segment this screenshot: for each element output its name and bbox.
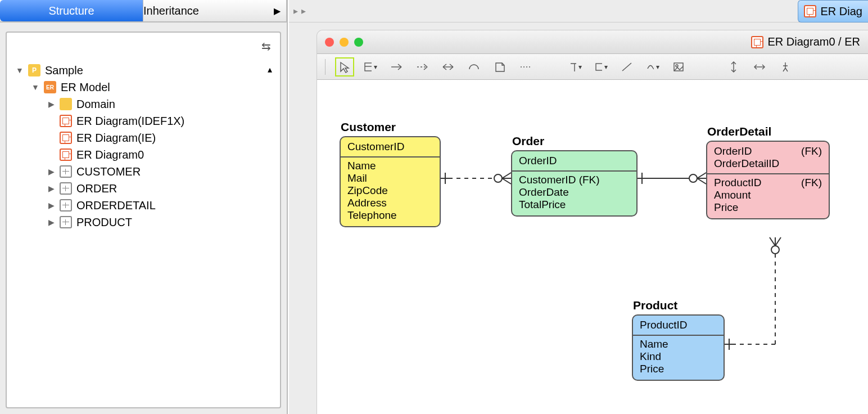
table-icon bbox=[60, 182, 72, 195]
attr-field: Address bbox=[347, 197, 433, 209]
svg-line-7 bbox=[424, 67, 427, 70]
sync-icon[interactable]: ⇆ bbox=[261, 39, 271, 53]
project-tree: ▼ P Sample ▼ ER ER Model ▶ Domain ER Dia… bbox=[7, 60, 280, 235]
svg-line-30 bbox=[697, 173, 706, 178]
svg-line-11 bbox=[450, 64, 453, 67]
relation-identifying-tool[interactable] bbox=[390, 60, 403, 74]
select-tool[interactable] bbox=[338, 60, 351, 74]
entity-tool[interactable] bbox=[364, 60, 377, 74]
diagram-window: ER Diagram0 / ER bbox=[317, 30, 868, 414]
diagram-icon bbox=[804, 5, 816, 17]
note-tool[interactable] bbox=[493, 60, 507, 74]
svg-point-29 bbox=[689, 174, 697, 182]
pin-tool[interactable] bbox=[779, 60, 792, 74]
diagram-canvas-wrap: Customer CustomerID Name Mail ZipCode Ad… bbox=[317, 80, 868, 414]
attr-field: TotalPrice bbox=[519, 199, 630, 211]
attr-field: ProductID bbox=[714, 177, 761, 189]
relation-order-orderdetail[interactable] bbox=[638, 167, 706, 190]
attr-field: Kind bbox=[640, 350, 717, 363]
svg-line-12 bbox=[450, 67, 453, 70]
entity-customer[interactable]: Customer CustomerID Name Mail ZipCode Ad… bbox=[340, 136, 441, 227]
tree-diagram-idef1x[interactable]: ER Diagram(IDEF1X) bbox=[11, 112, 275, 129]
svg-point-17 bbox=[676, 65, 678, 67]
align-vertical-tool[interactable] bbox=[727, 60, 740, 74]
tree-diagram-0[interactable]: ER Diagram0 bbox=[11, 146, 275, 163]
folder-icon bbox=[60, 98, 72, 110]
diagram-icon bbox=[60, 132, 72, 144]
top-strip: ▸ ▸ ER Diag bbox=[289, 0, 868, 22]
tree-panel: ⇆ ▴ ▼ P Sample ▼ ER ER Model ▶ Domain bbox=[6, 32, 281, 408]
document-tab-label: ER Diag bbox=[821, 5, 862, 18]
editor-area: ▸ ▸ ER Diag ER Diagram0 / ER bbox=[289, 0, 868, 414]
attr-field: Price bbox=[714, 201, 738, 214]
relation-customer-order[interactable] bbox=[441, 167, 511, 190]
tree-table-product[interactable]: ▶ PRODUCT bbox=[11, 214, 275, 231]
tree-label: ER Diagram(IDEF1X) bbox=[76, 115, 184, 128]
image-tool[interactable] bbox=[672, 60, 685, 74]
diagram-icon bbox=[60, 115, 72, 127]
tree-label: Domain bbox=[76, 98, 115, 111]
svg-line-3 bbox=[398, 64, 401, 67]
twisty-icon: ▶ bbox=[47, 167, 55, 176]
attr-field: CustomerID (FK) bbox=[519, 174, 630, 186]
tab-structure[interactable]: Structure bbox=[0, 0, 143, 21]
svg-line-9 bbox=[443, 64, 446, 67]
tree-table-customer[interactable]: ▶ CUSTOMER bbox=[11, 163, 275, 180]
attr-field: Telephone bbox=[347, 209, 433, 222]
svg-line-6 bbox=[424, 64, 427, 67]
tree-diagram-ie[interactable]: ER Diagram(IE) bbox=[11, 129, 275, 146]
sidebar-panel: Structure Inheritance ▶ ⇆ ▴ ▼ P Sample ▼… bbox=[0, 0, 288, 414]
entity-title: Order bbox=[512, 134, 544, 148]
entity-product[interactable]: Product ProductID Name Kind Price bbox=[632, 314, 725, 381]
zoom-icon[interactable] bbox=[354, 38, 363, 47]
minimize-icon[interactable] bbox=[340, 38, 349, 47]
svg-line-33 bbox=[770, 237, 775, 246]
fk-badge: (FK) bbox=[801, 177, 822, 189]
relation-nonidentifying-tool[interactable] bbox=[415, 60, 429, 74]
tree-label: ER Diagram(IE) bbox=[76, 132, 156, 145]
attr-field: Name bbox=[640, 338, 717, 350]
tree-root-sample[interactable]: ▼ P Sample bbox=[11, 62, 275, 79]
chevron-right-icon[interactable]: ▸ bbox=[293, 6, 298, 16]
pk-field: OrderDetailID bbox=[714, 158, 779, 170]
tab-inheritance[interactable]: Inheritance ▶ bbox=[143, 0, 287, 21]
rect-tool[interactable] bbox=[594, 60, 608, 74]
chevron-right-icon[interactable]: ▸ bbox=[301, 6, 306, 16]
relation-product-orderdetail[interactable] bbox=[725, 237, 798, 350]
tree-label: CUSTOMER bbox=[76, 165, 141, 178]
close-icon[interactable] bbox=[325, 38, 334, 47]
twisty-icon: ▶ bbox=[47, 100, 55, 109]
entity-order[interactable]: Order OrderID CustomerID (FK) OrderDate … bbox=[511, 150, 638, 217]
line-tool[interactable] bbox=[620, 60, 634, 74]
tree-label: PRODUCT bbox=[76, 216, 132, 229]
tree-label: ORDERDETAIL bbox=[76, 199, 156, 212]
tree-er-model[interactable]: ▼ ER ER Model bbox=[11, 79, 275, 96]
collapse-icon[interactable]: ▴ bbox=[268, 64, 272, 75]
er-icon: ER bbox=[44, 81, 56, 93]
tree-label: ER Model bbox=[61, 81, 110, 94]
attr-field: OrderDate bbox=[519, 186, 630, 199]
separator bbox=[325, 59, 326, 75]
document-tab-er-diag[interactable]: ER Diag bbox=[798, 0, 868, 22]
play-icon: ▶ bbox=[274, 6, 286, 16]
diagram-canvas[interactable]: Customer CustomerID Name Mail ZipCode Ad… bbox=[317, 80, 868, 414]
attr-field: Price bbox=[640, 363, 717, 375]
entity-orderdetail[interactable]: OrderDetail OrderID(FK) OrderDetailID Pr… bbox=[706, 141, 830, 219]
tree-table-order[interactable]: ▶ ORDER bbox=[11, 180, 275, 197]
align-horizontal-tool[interactable] bbox=[753, 60, 766, 74]
subtype-tool[interactable] bbox=[467, 60, 481, 74]
entity-title: OrderDetail bbox=[707, 125, 771, 138]
svg-point-23 bbox=[494, 174, 502, 182]
text-tool[interactable] bbox=[568, 60, 582, 74]
dotted-line-tool[interactable] bbox=[519, 60, 532, 74]
svg-rect-0 bbox=[365, 63, 372, 71]
project-icon: P bbox=[28, 64, 40, 76]
twisty-icon: ▶ bbox=[47, 218, 55, 227]
pk-field: ProductID bbox=[640, 319, 717, 331]
diagram-toolbar bbox=[317, 54, 868, 80]
many-to-many-tool[interactable] bbox=[441, 60, 455, 74]
svg-line-32 bbox=[697, 178, 706, 184]
tree-table-orderdetail[interactable]: ▶ ORDERDETAIL bbox=[11, 197, 275, 214]
freehand-tool[interactable] bbox=[646, 60, 659, 74]
tree-domain[interactable]: ▶ Domain bbox=[11, 96, 275, 112]
